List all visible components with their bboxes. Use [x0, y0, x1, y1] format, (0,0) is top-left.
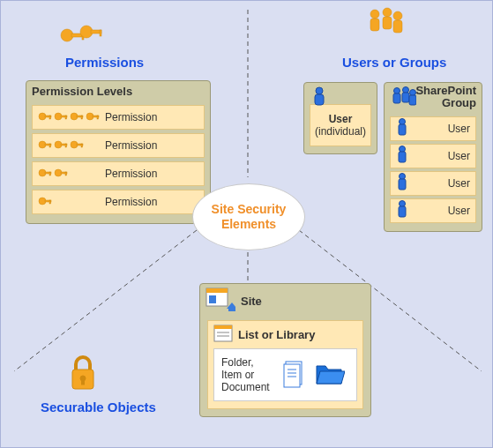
svg-rect-33 — [49, 172, 51, 175]
svg-point-44 — [393, 11, 402, 20]
svg-rect-27 — [65, 144, 67, 147]
permission-row: Permission — [32, 161, 205, 186]
key-icon — [38, 196, 100, 209]
group-rows: UserUserUserUser — [385, 116, 482, 231]
svg-rect-15 — [65, 116, 67, 119]
site-icon — [205, 287, 235, 315]
svg-rect-18 — [81, 116, 83, 119]
svg-rect-9 — [100, 30, 101, 36]
svg-rect-41 — [370, 19, 379, 31]
svg-point-48 — [394, 88, 400, 94]
svg-rect-64 — [82, 378, 85, 385]
site-head: Site — [200, 284, 370, 318]
person-icon — [396, 117, 415, 139]
svg-point-46 — [316, 87, 323, 94]
svg-rect-47 — [315, 94, 324, 105]
person-icon — [311, 86, 327, 109]
user-label: User — [329, 113, 353, 125]
svg-rect-57 — [399, 152, 406, 162]
site-label: Site — [241, 295, 262, 308]
svg-rect-24 — [49, 144, 51, 147]
permissions-title: Permissions — [65, 55, 144, 70]
group-user-row: User — [390, 171, 476, 196]
user-subtitle: (individual) — [315, 125, 366, 138]
svg-point-50 — [403, 87, 409, 93]
key-icon — [38, 139, 100, 153]
svg-rect-67 — [209, 295, 216, 303]
svg-rect-55 — [399, 124, 406, 135]
key-icon — [38, 168, 100, 181]
sharepoint-group-panel: SharePoint Group UserUserUserUser — [384, 82, 482, 232]
svg-rect-21 — [97, 116, 99, 119]
permission-label: Permission — [100, 196, 198, 208]
group-user-label: User — [415, 150, 470, 162]
permission-label: Permission — [100, 111, 198, 123]
securable-objects-title: Securable Objects — [41, 399, 156, 414]
site-panel: Site List or Library Folder, Item or Doc… — [199, 283, 371, 417]
svg-rect-66 — [206, 288, 228, 293]
group-user-row: User — [390, 198, 476, 223]
center-ellipse: Site Security Elements — [192, 183, 305, 250]
svg-rect-12 — [49, 116, 51, 119]
svg-rect-51 — [402, 93, 409, 102]
svg-rect-61 — [399, 206, 406, 217]
group-user-label: User — [415, 123, 470, 135]
svg-rect-59 — [399, 179, 406, 190]
people-icon — [362, 5, 407, 43]
svg-point-56 — [400, 146, 406, 153]
user-individual-inner: User (individual) — [310, 104, 371, 146]
svg-rect-43 — [383, 17, 392, 29]
person-icon — [396, 199, 415, 221]
permission-label: Permission — [100, 139, 198, 152]
folder-item-box: Folder, Item or Document — [213, 348, 357, 401]
user-individual-panel: User (individual) — [303, 82, 377, 154]
group-user-label: User — [415, 205, 470, 217]
svg-line-2 — [14, 230, 197, 371]
permission-levels-title: Permission Levels — [26, 81, 210, 101]
group-user-row: User — [390, 144, 476, 168]
svg-point-54 — [400, 119, 406, 125]
permission-row: Permission — [32, 133, 205, 158]
group-user-label: User — [415, 177, 470, 190]
svg-point-42 — [383, 8, 392, 17]
svg-rect-75 — [284, 364, 300, 387]
list-library-box: List or Library Folder, Item or Document — [207, 320, 363, 409]
group-icon — [390, 86, 416, 109]
folder-icon — [315, 361, 345, 390]
permission-label: Permission — [100, 168, 198, 180]
svg-rect-69 — [228, 309, 235, 311]
svg-rect-49 — [393, 93, 400, 103]
diagram-canvas: Permissions Permission Levels Permission… — [0, 0, 493, 448]
svg-point-40 — [370, 10, 379, 19]
svg-rect-45 — [393, 20, 402, 33]
svg-rect-53 — [409, 95, 416, 105]
svg-point-58 — [400, 174, 406, 180]
permission-levels-panel: Permission Levels PermissionPermissionPe… — [26, 80, 211, 224]
person-icon — [396, 145, 415, 167]
permission-row: Permission — [32, 105, 205, 130]
group-user-row: User — [390, 116, 476, 141]
key-icon — [38, 111, 100, 124]
svg-rect-39 — [49, 200, 51, 204]
svg-rect-36 — [65, 172, 67, 175]
folder-label: Folder, Item or Document — [221, 356, 274, 393]
lock-icon — [67, 354, 99, 395]
users-groups-title: Users or Groups — [342, 55, 446, 70]
svg-rect-71 — [214, 325, 232, 329]
person-icon — [396, 172, 415, 194]
document-icon — [283, 360, 306, 391]
svg-marker-80 — [317, 371, 345, 384]
list-library-label: List or Library — [238, 328, 315, 341]
svg-rect-30 — [81, 144, 83, 147]
svg-point-52 — [410, 90, 416, 96]
keys-icon — [58, 23, 102, 50]
permission-rows: PermissionPermissionPermissionPermission — [26, 105, 210, 223]
list-icon — [213, 325, 233, 345]
svg-point-60 — [400, 201, 406, 207]
center-label: Site Security Elements — [193, 202, 304, 232]
permission-row: Permission — [32, 190, 205, 214]
